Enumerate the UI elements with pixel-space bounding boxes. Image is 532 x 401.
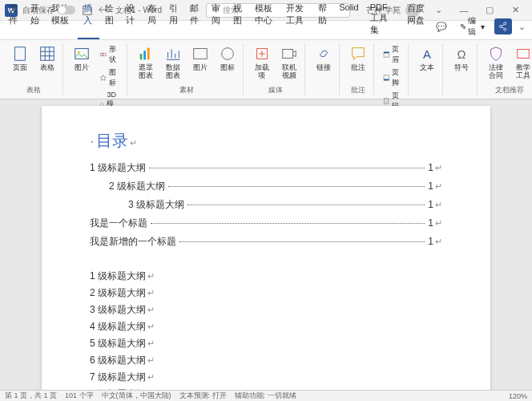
page-button[interactable]: 页面 xyxy=(8,43,32,74)
online-video-button[interactable]: 联机视频 xyxy=(277,43,301,82)
svg-rect-7 xyxy=(139,54,142,59)
svg-rect-6 xyxy=(103,53,107,56)
tab-PDF工具集[interactable]: PDF工具集 xyxy=(365,0,401,39)
autosave-toggle[interactable] xyxy=(58,6,75,14)
group-header-footer: 页眉 页脚 #页码 页眉和页脚 xyxy=(377,43,409,95)
shapes-button[interactable]: 形状 xyxy=(97,43,123,66)
document-area[interactable]: 目录↵ 1 级标题大纲1↵2 级标题大纲1↵3 级标题大纲1↵我是一个标题1↵我… xyxy=(0,99,532,390)
group-links: 链接 xyxy=(308,43,340,95)
page-indicator[interactable]: 第 1 页，共 1 页 xyxy=(5,391,57,401)
symbol-button[interactable]: Ω符号 xyxy=(449,43,474,74)
legal-button[interactable]: 法律合同 xyxy=(484,43,508,82)
ribbon: 页面 表格 表格 图片 形状 图标 3D 模型 插图 遮罩图表 数据图表 图片 … xyxy=(0,40,532,99)
tab-Solid[interactable]: Solid xyxy=(333,0,364,39)
addins-button[interactable]: 加载项 xyxy=(250,43,274,82)
editing-mode-button[interactable]: ✎ 编辑 ▾ xyxy=(453,14,491,39)
svg-point-4 xyxy=(78,51,80,54)
svg-text:#: # xyxy=(385,100,388,103)
group-illustrations: 图片 形状 图标 3D 模型 插图 xyxy=(66,43,127,95)
svg-text:Ω: Ω xyxy=(457,48,466,61)
body-line[interactable]: 4 级标题大纲↵ xyxy=(90,320,442,334)
tab-模板中心[interactable]: 模板中心 xyxy=(249,0,280,39)
body-line[interactable]: 7 级标题大纲↵ xyxy=(90,371,442,384)
toc-entry[interactable]: 1 级标题大纲1↵ xyxy=(90,161,442,175)
body-line[interactable]: 5 级标题大纲↵ xyxy=(90,337,442,350)
toc-entry[interactable]: 3 级标题大纲1↵ xyxy=(90,198,442,212)
tab-百度网盘[interactable]: 百度网盘 xyxy=(401,0,433,39)
teaching-button[interactable]: 教学工具 xyxy=(511,43,532,82)
link-button[interactable]: 链接 xyxy=(312,43,336,74)
comments-icon[interactable]: 💬 xyxy=(433,20,450,34)
material-picture-button[interactable]: 图片 xyxy=(188,43,212,74)
ribbon-tabs: 文件开始我的模板插入绘图设计布局引用邮件审阅视图模板中心开发工具帮助SolidP… xyxy=(0,21,532,40)
group-text: A文本 xyxy=(412,43,443,95)
body-line[interactable]: 6 级标题大纲↵ xyxy=(90,354,442,367)
svg-text:A: A xyxy=(423,48,431,61)
svg-rect-1 xyxy=(15,47,26,61)
share-button[interactable] xyxy=(494,18,512,34)
tab-设计[interactable]: 设计 xyxy=(120,0,142,39)
svg-rect-17 xyxy=(384,79,389,81)
page[interactable]: 目录↵ 1 级标题大纲1↵2 级标题大纲1↵3 级标题大纲1↵我是一个标题1↵我… xyxy=(42,106,490,390)
body-line[interactable]: 1 级标题大纲↵ xyxy=(90,269,442,283)
svg-rect-15 xyxy=(384,52,389,54)
tab-开始[interactable]: 开始 xyxy=(25,0,46,39)
toc-entry[interactable]: 我是一个标题1↵ xyxy=(90,217,442,230)
svg-rect-8 xyxy=(143,51,146,59)
comment-button[interactable]: 批注 xyxy=(346,43,370,74)
group-material: 遮罩图表 数据图表 图片 图标 素材 xyxy=(131,43,244,95)
svg-rect-9 xyxy=(147,48,149,60)
body-line[interactable]: 3 级标题大纲↵ xyxy=(90,303,442,317)
toc-title: 目录↵ xyxy=(90,130,442,152)
svg-rect-10 xyxy=(193,49,207,59)
header-button[interactable]: 页眉 xyxy=(381,43,405,66)
group-recommend: 法律合同 教学工具 文档推荐 xyxy=(481,43,532,95)
tab-视图[interactable]: 视图 xyxy=(228,0,249,39)
text-predict[interactable]: 文本预测: 打开 xyxy=(179,391,227,401)
accessibility[interactable]: 辅助功能: 一切就绪 xyxy=(235,391,296,401)
tab-布局[interactable]: 布局 xyxy=(142,0,163,39)
chevron-down-icon[interactable]: ⌄ xyxy=(515,20,529,34)
material-icon-button[interactable]: 图标 xyxy=(216,43,240,74)
tab-邮件[interactable]: 邮件 xyxy=(184,0,206,39)
svg-rect-22 xyxy=(517,50,529,59)
svg-rect-13 xyxy=(282,50,292,59)
tab-文件[interactable]: 文件 xyxy=(3,0,25,39)
toc-entry[interactable]: 2 级标题大纲1↵ xyxy=(90,180,442,193)
tab-帮助[interactable]: 帮助 xyxy=(312,0,334,39)
svg-point-11 xyxy=(221,48,233,60)
tab-审阅[interactable]: 审阅 xyxy=(206,0,228,39)
text-button[interactable]: A文本 xyxy=(415,43,439,74)
group-symbols: Ω符号 xyxy=(446,43,478,95)
group-media: 加载项 联机视频 媒体 xyxy=(247,43,305,95)
svg-rect-2 xyxy=(41,47,54,61)
chart-mask-button[interactable]: 遮罩图表 xyxy=(134,43,158,82)
tab-开发工具[interactable]: 开发工具 xyxy=(280,0,312,39)
zoom-level[interactable]: 120% xyxy=(509,392,527,400)
tab-绘图[interactable]: 绘图 xyxy=(99,0,121,39)
tab-插入[interactable]: 插入 xyxy=(78,0,99,39)
statusbar: 第 1 页，共 1 页 101 个字 中文(简体，中国大陆) 文本预测: 打开 … xyxy=(0,390,532,401)
footer-button[interactable]: 页脚 xyxy=(381,67,405,89)
language[interactable]: 中文(简体，中国大陆) xyxy=(102,391,171,401)
svg-point-5 xyxy=(100,53,103,56)
group-pages: 页面 表格 表格 xyxy=(5,43,63,95)
data-chart-button[interactable]: 数据图表 xyxy=(161,43,185,82)
toc-entry[interactable]: 我是新增的一个标题1↵ xyxy=(90,235,442,249)
icons-button[interactable]: 图标 xyxy=(97,67,123,89)
picture-button[interactable]: 图片 xyxy=(70,43,94,74)
word-count[interactable]: 101 个字 xyxy=(65,391,94,401)
group-comments: 批注 批注 xyxy=(343,43,374,95)
table-button[interactable]: 表格 xyxy=(35,43,59,74)
body-line[interactable]: 2 级标题大纲↵ xyxy=(90,286,442,300)
tab-引用[interactable]: 引用 xyxy=(163,0,185,39)
